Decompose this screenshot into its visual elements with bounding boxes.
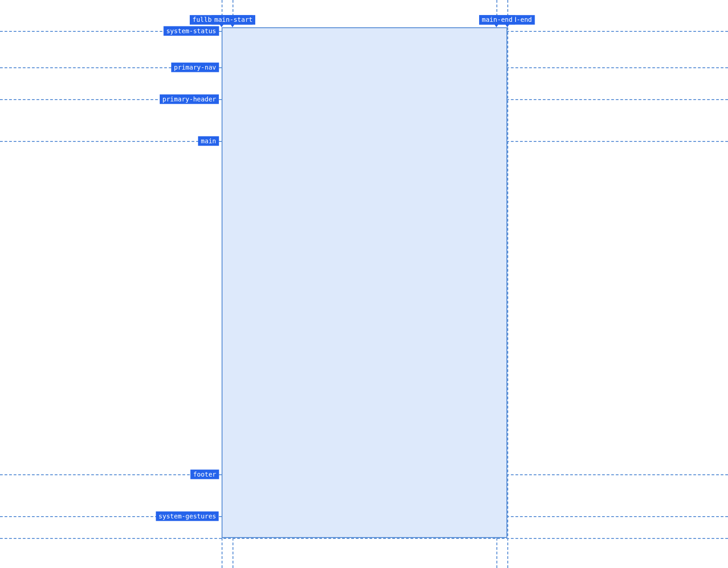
tick-main-end bbox=[495, 25, 498, 27]
label-system-status: system-status bbox=[163, 26, 219, 36]
label-main-end: main-end bbox=[479, 15, 515, 25]
layout-body-rect bbox=[222, 27, 507, 538]
label-main-start: main-start bbox=[212, 15, 255, 25]
tick-fullbleed-end bbox=[506, 25, 509, 27]
tick-fullbleed-start bbox=[220, 25, 223, 27]
row-bottom bbox=[0, 538, 728, 539]
col-fullbleed-end bbox=[507, 0, 508, 568]
tick-main-start bbox=[231, 25, 234, 27]
label-primary-nav: primary-nav bbox=[171, 63, 219, 72]
label-primary-header: primary-header bbox=[160, 95, 219, 104]
label-system-gestures: system-gestures bbox=[156, 512, 219, 521]
label-footer: footer bbox=[190, 470, 219, 479]
grid-diagram: fullbleed-start main-start main-end full… bbox=[0, 0, 728, 568]
label-main: main bbox=[198, 136, 219, 146]
